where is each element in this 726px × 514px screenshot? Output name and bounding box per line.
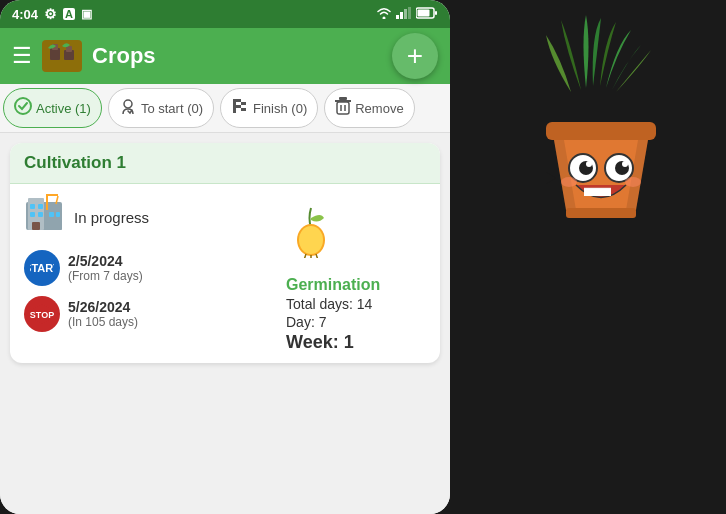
tab-removed[interactable]: Remove [324, 88, 414, 128]
svg-point-53 [622, 161, 628, 167]
status-row: In progress [24, 194, 276, 240]
svg-rect-18 [241, 108, 246, 111]
settings-icon: ⚙ [44, 6, 57, 22]
svg-point-55 [625, 177, 641, 187]
svg-line-43 [304, 254, 306, 258]
end-subtext: (In 105 days) [68, 315, 138, 329]
tab-to-start-icon [119, 97, 137, 119]
end-date-row: STOP 5/26/2024 (In 105 days) [24, 296, 276, 332]
svg-rect-30 [38, 212, 43, 217]
status-left: 4:04 ⚙ A ▣ [12, 6, 92, 22]
tab-finish[interactable]: Finish (0) [220, 88, 318, 128]
svg-rect-46 [546, 122, 656, 140]
svg-rect-47 [566, 208, 636, 218]
svg-point-12 [15, 98, 31, 114]
svg-rect-33 [32, 222, 40, 230]
tab-to-start[interactable]: To start (0) [108, 88, 214, 128]
svg-rect-21 [337, 102, 349, 114]
week-info: Week: 1 [286, 332, 354, 353]
svg-rect-32 [56, 212, 60, 217]
add-button[interactable]: + [392, 33, 438, 79]
svg-text:START: START [30, 262, 54, 274]
time-display: 4:04 [12, 7, 38, 22]
svg-line-45 [316, 254, 318, 258]
svg-rect-20 [339, 97, 347, 100]
card-title: Cultivation 1 [24, 153, 126, 172]
svg-rect-35 [46, 194, 58, 196]
svg-rect-17 [236, 105, 241, 108]
end-date: 5/26/2024 [68, 299, 138, 315]
phone-frame: 4:04 ⚙ A ▣ [0, 0, 450, 514]
svg-point-13 [124, 100, 132, 108]
tab-removed-label: Remove [355, 101, 403, 116]
svg-rect-1 [400, 12, 403, 19]
tab-finish-label: Finish (0) [253, 101, 307, 116]
germination-title: Germination [286, 276, 380, 294]
svg-text:STOP: STOP [30, 310, 54, 320]
card-left: In progress START 2/5/2024 (From 7 days) [24, 194, 276, 353]
svg-rect-15 [236, 99, 241, 102]
card-right: Germination Total days: 14 Day: 7 Week: … [286, 194, 426, 353]
sim-icon: ▣ [81, 7, 92, 21]
svg-rect-16 [241, 102, 246, 105]
cultivation-card[interactable]: Cultivation 1 [10, 143, 440, 363]
battery-icon [416, 7, 438, 22]
app-title: Crops [92, 43, 382, 69]
plant-icon [286, 198, 336, 270]
status-text: In progress [74, 209, 149, 226]
start-date-info: 2/5/2024 (From 7 days) [68, 253, 143, 283]
start-badge: START [24, 250, 60, 286]
mascot-svg [486, 10, 706, 250]
start-date-row: START 2/5/2024 (From 7 days) [24, 250, 276, 286]
wifi-icon [376, 7, 392, 22]
svg-rect-29 [30, 212, 35, 217]
svg-rect-6 [435, 11, 437, 15]
svg-marker-57 [546, 172, 556, 184]
tab-active-icon [14, 97, 32, 119]
signal-icon [396, 7, 412, 22]
svg-point-52 [586, 161, 592, 167]
svg-point-42 [299, 226, 323, 254]
accessibility-icon: A [63, 8, 75, 20]
day-info: Day: 7 [286, 314, 326, 330]
svg-rect-3 [408, 7, 411, 19]
mascot-area [486, 10, 706, 250]
svg-rect-34 [46, 194, 48, 210]
svg-rect-27 [30, 204, 35, 209]
svg-rect-5 [418, 9, 430, 16]
start-subtext: (From 7 days) [68, 269, 143, 283]
stop-badge: STOP [24, 296, 60, 332]
svg-rect-28 [38, 204, 43, 209]
svg-rect-31 [49, 212, 54, 217]
card-body: In progress START 2/5/2024 (From 7 days) [10, 184, 440, 363]
tab-removed-icon [335, 97, 351, 119]
card-header: Cultivation 1 [10, 143, 440, 184]
hamburger-menu-icon[interactable]: ☰ [12, 43, 32, 69]
svg-rect-14 [233, 99, 236, 113]
status-right [376, 7, 438, 22]
tab-to-start-label: To start (0) [141, 101, 203, 116]
app-bar: ☰ Crops + [0, 28, 450, 84]
total-days: Total days: 14 [286, 296, 372, 312]
svg-rect-2 [404, 9, 407, 19]
building-icon [24, 194, 64, 240]
tab-finish-icon [231, 97, 249, 119]
start-date: 2/5/2024 [68, 253, 143, 269]
content-area: Cultivation 1 [0, 133, 450, 514]
tab-active-label: Active (1) [36, 101, 91, 116]
tab-bar: Active (1) To start (0) [0, 84, 450, 133]
svg-point-54 [561, 177, 577, 187]
app-logo [42, 40, 82, 72]
status-bar: 4:04 ⚙ A ▣ [0, 0, 450, 28]
tab-active[interactable]: Active (1) [3, 88, 102, 128]
svg-rect-26 [46, 208, 62, 230]
svg-rect-0 [396, 15, 399, 19]
end-date-info: 5/26/2024 (In 105 days) [68, 299, 138, 329]
